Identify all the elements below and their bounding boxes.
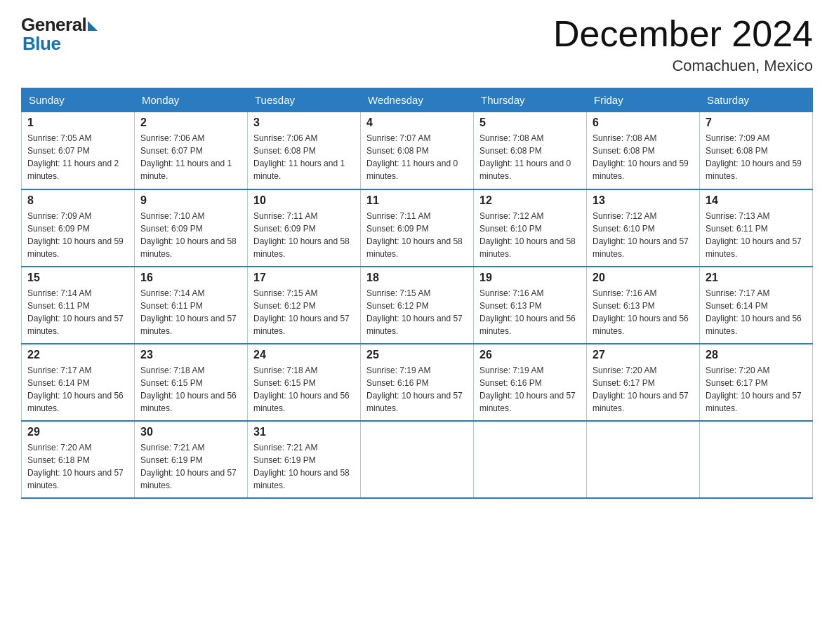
day-number: 13 (593, 194, 694, 207)
day-info: Sunrise: 7:10 AMSunset: 6:09 PMDaylight:… (140, 210, 241, 260)
day-info: Sunrise: 7:13 AMSunset: 6:11 PMDaylight:… (706, 210, 807, 260)
day-info: Sunrise: 7:06 AMSunset: 6:08 PMDaylight:… (253, 132, 355, 182)
calendar-cell: 6Sunrise: 7:08 AMSunset: 6:08 PMDaylight… (587, 112, 700, 189)
day-number: 20 (593, 271, 694, 284)
day-number: 2 (140, 116, 241, 129)
calendar-cell: 23Sunrise: 7:18 AMSunset: 6:15 PMDayligh… (135, 344, 248, 421)
day-info: Sunrise: 7:05 AMSunset: 6:07 PMDaylight:… (27, 132, 128, 182)
day-number: 10 (253, 194, 355, 207)
calendar-cell (587, 421, 700, 498)
calendar-cell: 5Sunrise: 7:08 AMSunset: 6:08 PMDaylight… (474, 112, 587, 189)
day-number: 28 (706, 349, 807, 361)
day-number: 29 (27, 426, 128, 438)
day-info: Sunrise: 7:17 AMSunset: 6:14 PMDaylight:… (27, 364, 128, 415)
calendar-cell: 13Sunrise: 7:12 AMSunset: 6:10 PMDayligh… (587, 189, 700, 267)
day-number: 31 (253, 426, 355, 438)
calendar-cell: 3Sunrise: 7:06 AMSunset: 6:08 PMDaylight… (248, 112, 361, 189)
calendar-cell: 2Sunrise: 7:06 AMSunset: 6:07 PMDaylight… (135, 112, 248, 189)
day-number: 26 (479, 349, 581, 361)
day-info: Sunrise: 7:21 AMSunset: 6:19 PMDaylight:… (253, 441, 355, 492)
col-header-saturday: Saturday (700, 88, 813, 112)
col-header-wednesday: Wednesday (361, 88, 474, 112)
calendar-week-row: 1Sunrise: 7:05 AMSunset: 6:07 PMDaylight… (22, 112, 813, 189)
month-title: December 2024 (553, 14, 813, 54)
calendar-cell: 27Sunrise: 7:20 AMSunset: 6:17 PMDayligh… (587, 344, 700, 421)
day-number: 4 (366, 116, 468, 129)
day-info: Sunrise: 7:08 AMSunset: 6:08 PMDaylight:… (479, 132, 581, 182)
calendar-cell: 28Sunrise: 7:20 AMSunset: 6:17 PMDayligh… (700, 344, 813, 421)
calendar-cell: 9Sunrise: 7:10 AMSunset: 6:09 PMDaylight… (135, 189, 248, 267)
calendar-cell: 29Sunrise: 7:20 AMSunset: 6:18 PMDayligh… (22, 421, 135, 498)
calendar-cell: 19Sunrise: 7:16 AMSunset: 6:13 PMDayligh… (474, 267, 587, 344)
day-number: 16 (140, 271, 241, 284)
calendar-cell: 22Sunrise: 7:17 AMSunset: 6:14 PMDayligh… (22, 344, 135, 421)
day-number: 8 (27, 194, 128, 207)
day-number: 25 (366, 349, 468, 361)
calendar-cell: 1Sunrise: 7:05 AMSunset: 6:07 PMDaylight… (22, 112, 135, 189)
day-number: 21 (706, 271, 807, 284)
day-number: 24 (253, 349, 355, 361)
calendar-cell: 12Sunrise: 7:12 AMSunset: 6:10 PMDayligh… (474, 189, 587, 267)
day-number: 14 (706, 194, 807, 207)
col-header-monday: Monday (135, 88, 248, 112)
day-number: 18 (366, 271, 468, 284)
col-header-tuesday: Tuesday (248, 88, 361, 112)
day-info: Sunrise: 7:15 AMSunset: 6:12 PMDaylight:… (253, 287, 355, 337)
day-info: Sunrise: 7:12 AMSunset: 6:10 PMDaylight:… (593, 210, 694, 260)
calendar-table: SundayMondayTuesdayWednesdayThursdayFrid… (21, 88, 813, 499)
day-number: 30 (140, 426, 241, 438)
day-info: Sunrise: 7:09 AMSunset: 6:08 PMDaylight:… (706, 132, 807, 182)
logo-blue-text: Blue (22, 33, 98, 55)
calendar-cell: 20Sunrise: 7:16 AMSunset: 6:13 PMDayligh… (587, 267, 700, 344)
day-info: Sunrise: 7:08 AMSunset: 6:08 PMDaylight:… (593, 132, 694, 182)
calendar-cell: 14Sunrise: 7:13 AMSunset: 6:11 PMDayligh… (700, 189, 813, 267)
calendar-week-row: 15Sunrise: 7:14 AMSunset: 6:11 PMDayligh… (22, 267, 813, 344)
title-block: December 2024 Comachuen, Mexico (553, 14, 813, 75)
day-number: 19 (479, 271, 581, 284)
day-info: Sunrise: 7:14 AMSunset: 6:11 PMDaylight:… (27, 287, 128, 337)
day-info: Sunrise: 7:06 AMSunset: 6:07 PMDaylight:… (140, 132, 241, 182)
calendar-cell: 17Sunrise: 7:15 AMSunset: 6:12 PMDayligh… (248, 267, 361, 344)
calendar-cell (474, 421, 587, 498)
calendar-cell: 18Sunrise: 7:15 AMSunset: 6:12 PMDayligh… (361, 267, 474, 344)
calendar-header-row: SundayMondayTuesdayWednesdayThursdayFrid… (22, 88, 813, 112)
day-info: Sunrise: 7:09 AMSunset: 6:09 PMDaylight:… (27, 210, 128, 260)
location-subtitle: Comachuen, Mexico (553, 57, 813, 75)
calendar-cell (700, 421, 813, 498)
day-info: Sunrise: 7:14 AMSunset: 6:11 PMDaylight:… (140, 287, 241, 337)
calendar-cell: 16Sunrise: 7:14 AMSunset: 6:11 PMDayligh… (135, 267, 248, 344)
day-info: Sunrise: 7:16 AMSunset: 6:13 PMDaylight:… (479, 287, 581, 337)
day-number: 17 (253, 271, 355, 284)
logo-triangle-icon (88, 21, 98, 31)
day-number: 6 (593, 116, 694, 129)
day-info: Sunrise: 7:18 AMSunset: 6:15 PMDaylight:… (140, 364, 241, 415)
calendar-cell: 30Sunrise: 7:21 AMSunset: 6:19 PMDayligh… (135, 421, 248, 498)
day-info: Sunrise: 7:20 AMSunset: 6:17 PMDaylight:… (593, 364, 694, 415)
day-info: Sunrise: 7:07 AMSunset: 6:08 PMDaylight:… (366, 132, 468, 182)
day-number: 5 (479, 116, 581, 129)
calendar-cell (361, 421, 474, 498)
calendar-cell: 15Sunrise: 7:14 AMSunset: 6:11 PMDayligh… (22, 267, 135, 344)
day-number: 1 (27, 116, 128, 129)
day-number: 9 (140, 194, 241, 207)
day-number: 12 (479, 194, 581, 207)
day-number: 27 (593, 349, 694, 361)
day-info: Sunrise: 7:21 AMSunset: 6:19 PMDaylight:… (140, 441, 241, 492)
day-number: 15 (27, 271, 128, 284)
day-number: 23 (140, 349, 241, 361)
calendar-cell: 7Sunrise: 7:09 AMSunset: 6:08 PMDaylight… (700, 112, 813, 189)
day-info: Sunrise: 7:15 AMSunset: 6:12 PMDaylight:… (366, 287, 468, 337)
day-info: Sunrise: 7:11 AMSunset: 6:09 PMDaylight:… (366, 210, 468, 260)
day-info: Sunrise: 7:11 AMSunset: 6:09 PMDaylight:… (253, 210, 355, 260)
day-number: 3 (253, 116, 355, 129)
day-info: Sunrise: 7:18 AMSunset: 6:15 PMDaylight:… (253, 364, 355, 415)
day-info: Sunrise: 7:20 AMSunset: 6:18 PMDaylight:… (27, 441, 128, 492)
day-info: Sunrise: 7:17 AMSunset: 6:14 PMDaylight:… (706, 287, 807, 337)
calendar-cell: 10Sunrise: 7:11 AMSunset: 6:09 PMDayligh… (248, 189, 361, 267)
calendar-week-row: 8Sunrise: 7:09 AMSunset: 6:09 PMDaylight… (22, 189, 813, 267)
day-info: Sunrise: 7:19 AMSunset: 6:16 PMDaylight:… (366, 364, 468, 415)
calendar-cell: 11Sunrise: 7:11 AMSunset: 6:09 PMDayligh… (361, 189, 474, 267)
calendar-cell: 26Sunrise: 7:19 AMSunset: 6:16 PMDayligh… (474, 344, 587, 421)
day-info: Sunrise: 7:16 AMSunset: 6:13 PMDaylight:… (593, 287, 694, 337)
day-number: 7 (706, 116, 807, 129)
